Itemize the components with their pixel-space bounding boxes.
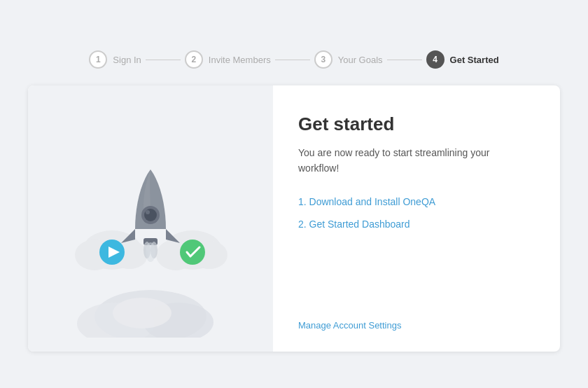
stepper: 1 Sign In 2 Invite Members 3 Your Goals … bbox=[0, 36, 588, 85]
get-started-dashboard-link[interactable]: 2. Get Started Dashboard bbox=[298, 219, 535, 230]
step-4-circle: 4 bbox=[426, 50, 444, 69]
step-2: 2 Invite Members bbox=[185, 50, 271, 69]
download-install-link[interactable]: 1. Download and Install OneQA bbox=[298, 196, 535, 207]
svg-point-3 bbox=[113, 298, 172, 328]
card-title: Get started bbox=[298, 113, 535, 135]
card-links: 1. Download and Install OneQA 2. Get Sta… bbox=[298, 196, 535, 306]
step-4: 4 Get Started bbox=[426, 50, 499, 69]
main-card: Get started You are now ready to start s… bbox=[28, 85, 560, 352]
svg-point-12 bbox=[180, 240, 205, 265]
illustration-panel bbox=[28, 85, 273, 352]
svg-point-15 bbox=[146, 210, 150, 214]
step-2-circle: 2 bbox=[185, 50, 203, 69]
step-line-1 bbox=[146, 60, 181, 60]
step-4-label: Get Started bbox=[450, 55, 499, 65]
step-line-2 bbox=[275, 60, 310, 60]
step-1: 1 Sign In bbox=[89, 50, 141, 69]
svg-point-14 bbox=[144, 209, 157, 221]
step-3-circle: 3 bbox=[314, 50, 332, 69]
illustration-svg bbox=[38, 99, 262, 338]
step-3-label: Your Goals bbox=[338, 55, 383, 65]
step-2-label: Invite Members bbox=[209, 55, 271, 65]
svg-point-19 bbox=[146, 242, 155, 262]
step-1-circle: 1 bbox=[89, 50, 107, 69]
card-subtitle: You are now ready to start streamlining … bbox=[298, 145, 494, 176]
step-1-label: Sign In bbox=[113, 55, 141, 65]
step-line-3 bbox=[387, 60, 422, 60]
manage-account-settings-link[interactable]: Manage Account Settings bbox=[298, 306, 535, 331]
content-panel: Get started You are now ready to start s… bbox=[273, 85, 560, 352]
step-3: 3 Your Goals bbox=[314, 50, 383, 69]
